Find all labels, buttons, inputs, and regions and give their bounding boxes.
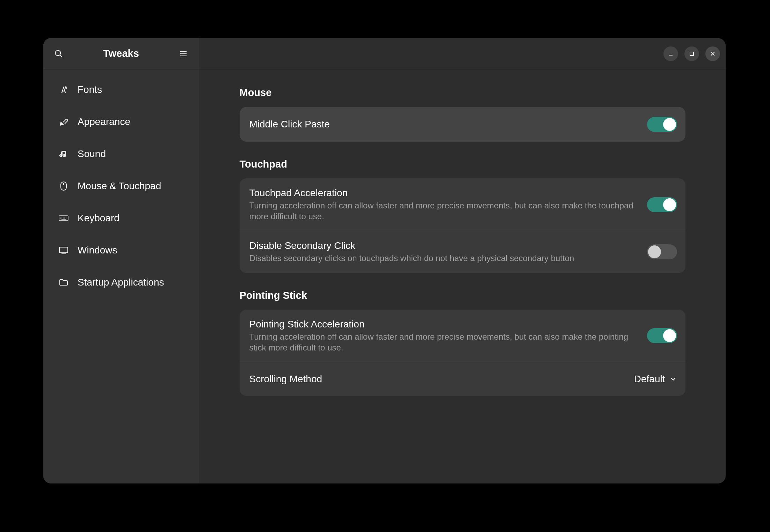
svg-rect-27: [690, 52, 693, 56]
sidebar-item-startup-applications[interactable]: Startup Applications: [43, 266, 199, 298]
row-subtitle: Turning acceleration off can allow faste…: [249, 331, 640, 353]
row-title: Pointing Stick Acceleration: [249, 319, 640, 330]
keyboard-icon: [59, 215, 68, 222]
row-text: Disable Secondary Click Disables seconda…: [249, 240, 640, 264]
section-title-touchpad: Touchpad: [240, 158, 685, 170]
row-title: Middle Click Paste: [249, 119, 640, 130]
content-area: Mouse Middle Click Paste Touchpad Touchp…: [199, 38, 726, 483]
svg-rect-24: [59, 247, 68, 253]
hamburger-icon: [179, 50, 188, 58]
close-icon: [710, 51, 715, 57]
row-touchpad-acceleration[interactable]: Touchpad Acceleration Turning accelerati…: [240, 178, 685, 231]
sidebar-item-appearance[interactable]: Appearance: [43, 106, 199, 138]
sidebar-item-label: Keyboard: [78, 213, 119, 224]
maximize-button[interactable]: [684, 46, 699, 61]
row-subtitle: Turning acceleration off can allow faste…: [249, 200, 640, 222]
minimize-button[interactable]: [663, 46, 678, 61]
row-text: Touchpad Acceleration Turning accelerati…: [249, 187, 640, 222]
sidebar-item-label: Fonts: [78, 84, 102, 95]
sidebar-item-mouse-touchpad[interactable]: Mouse & Touchpad: [43, 170, 199, 202]
sidebar-nav: Fonts Appearance Sound Mouse & Touchpad: [43, 69, 199, 298]
row-middle-click-paste[interactable]: Middle Click Paste: [240, 107, 685, 142]
sidebar-item-label: Windows: [78, 245, 117, 256]
sidebar-item-fonts[interactable]: Fonts: [43, 74, 199, 106]
row-text: Middle Click Paste: [249, 119, 640, 130]
minimize-icon: [668, 51, 674, 57]
search-button[interactable]: [52, 47, 66, 61]
main-area: Mouse Middle Click Paste Touchpad Touchp…: [240, 69, 685, 410]
sidebar-item-keyboard[interactable]: Keyboard: [43, 202, 199, 234]
row-scrolling-method[interactable]: Scrolling Method Default: [240, 362, 685, 396]
folder-icon: [59, 279, 68, 286]
sidebar-item-sound[interactable]: Sound: [43, 138, 199, 170]
content-header: [199, 38, 726, 69]
row-pointing-stick-acceleration[interactable]: Pointing Stick Acceleration Turning acce…: [240, 310, 685, 362]
search-icon: [54, 49, 63, 58]
section-title-mouse: Mouse: [240, 87, 685, 98]
switch-pointing-stick-acceleration[interactable]: [647, 328, 677, 343]
sidebar-item-label: Sound: [78, 148, 106, 160]
row-title: Touchpad Acceleration: [249, 187, 640, 199]
switch-disable-secondary-click[interactable]: [647, 244, 677, 259]
menu-button[interactable]: [176, 47, 190, 61]
row-text: Pointing Stick Acceleration Turning acce…: [249, 319, 640, 353]
maximize-icon: [689, 51, 694, 56]
mouse-group: Middle Click Paste: [240, 107, 685, 142]
dropdown-value-scrolling-method: Default: [634, 374, 665, 385]
svg-rect-10: [61, 182, 66, 190]
sidebar: Tweaks Fonts Appearance: [43, 38, 199, 483]
appearance-icon: [59, 117, 68, 126]
svg-line-1: [60, 55, 62, 57]
close-button[interactable]: [705, 46, 720, 61]
touchpad-group: Touchpad Acceleration Turning accelerati…: [240, 178, 685, 273]
windows-icon: [59, 246, 68, 254]
mouse-icon: [59, 181, 68, 191]
row-title: Scrolling Method: [249, 374, 634, 385]
main-scroll[interactable]: Mouse Middle Click Paste Touchpad Touchp…: [199, 69, 726, 483]
svg-point-6: [64, 155, 66, 157]
section-title-pointing-stick: Pointing Stick: [240, 290, 685, 301]
switch-middle-click-paste[interactable]: [647, 117, 677, 132]
sidebar-item-windows[interactable]: Windows: [43, 234, 199, 266]
row-disable-secondary-click[interactable]: Disable Secondary Click Disables seconda…: [240, 231, 685, 273]
pointing-stick-group: Pointing Stick Acceleration Turning acce…: [240, 310, 685, 396]
sidebar-item-label: Startup Applications: [78, 277, 164, 288]
sidebar-item-label: Appearance: [78, 116, 130, 127]
svg-point-5: [60, 155, 62, 157]
switch-touchpad-acceleration[interactable]: [647, 197, 677, 212]
tweaks-window: Tweaks Fonts Appearance: [43, 38, 726, 483]
chevron-down-icon: [669, 375, 677, 383]
row-subtitle: Disables secondary clicks on touchpads w…: [249, 253, 640, 264]
sidebar-item-label: Mouse & Touchpad: [78, 180, 161, 192]
row-text: Scrolling Method: [249, 374, 634, 385]
row-title: Disable Secondary Click: [249, 240, 640, 251]
app-title: Tweaks: [66, 48, 176, 59]
sidebar-header: Tweaks: [43, 38, 199, 69]
sound-icon: [59, 150, 68, 158]
fonts-icon: [59, 85, 68, 94]
svg-point-0: [55, 50, 60, 56]
